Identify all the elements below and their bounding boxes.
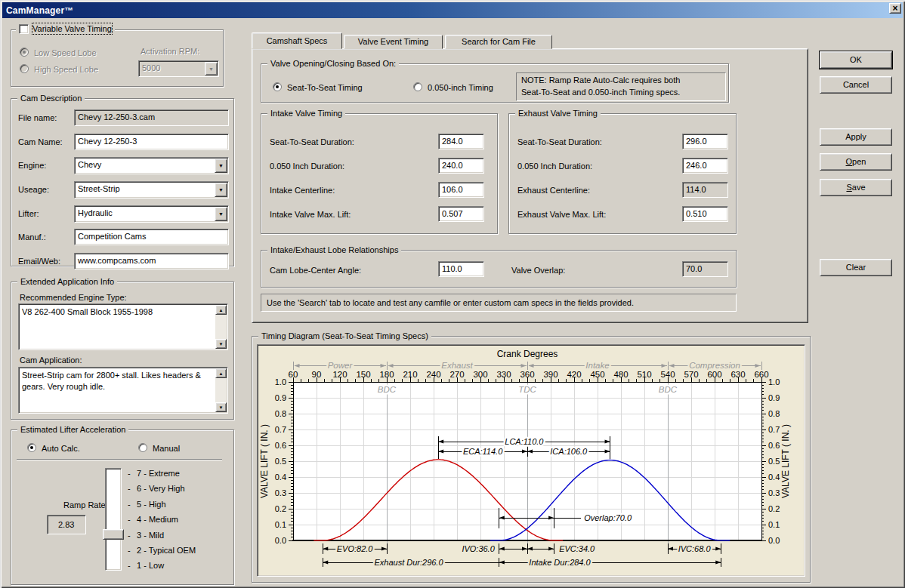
chevron-down-icon[interactable]: ▼ bbox=[215, 159, 227, 173]
intake-max-lift-field[interactable]: 0.507 bbox=[438, 206, 484, 222]
valve-overlap-label: Valve Overlap: bbox=[511, 265, 565, 276]
svg-text:EVC:34.0: EVC:34.0 bbox=[559, 544, 595, 553]
cam-application-textarea[interactable]: Street-Strip cam for 2800+ stall. Likes … bbox=[18, 367, 228, 414]
svg-text:0.9: 0.9 bbox=[768, 393, 780, 402]
clear-button[interactable]: Clear bbox=[820, 259, 892, 276]
intake-centerline-label: Intake Centerline: bbox=[270, 185, 335, 195]
lifter-accel-title: Estimated Lifter Acceleration bbox=[17, 424, 128, 435]
timing-diagram-title: Timing Diagram (Seat-To-Seat Timing Spec… bbox=[258, 331, 431, 341]
file-name-label: File name: bbox=[18, 112, 57, 123]
inch-timing-label: 0.050-inch Timing bbox=[428, 82, 493, 93]
chevron-down-icon[interactable]: ▼ bbox=[215, 183, 227, 197]
intake-050-duration-field[interactable]: 240.0 bbox=[438, 158, 484, 174]
exhaust-centerline-field: 114.0 bbox=[682, 182, 728, 198]
lca-field[interactable]: 110.0 bbox=[438, 261, 484, 277]
svg-text:210: 210 bbox=[403, 370, 417, 379]
phase-row: PowerExhaustIntakeCompression bbox=[293, 361, 761, 370]
ramp-rate-slider-thumb[interactable] bbox=[103, 529, 124, 540]
intake-centerline-field[interactable]: 106.0 bbox=[438, 182, 484, 198]
svg-text:0.4: 0.4 bbox=[275, 473, 286, 482]
exhaust-s2s-duration-label: Seat-To-Seat Duration: bbox=[517, 137, 602, 147]
useage-combobox[interactable]: Street-Strip ▼ bbox=[74, 181, 229, 199]
apply-button[interactable]: Apply bbox=[820, 128, 892, 146]
scroll-up-icon[interactable]: ▲ bbox=[215, 305, 227, 315]
chevron-down-icon[interactable]: ▼ bbox=[215, 207, 227, 221]
svg-text:VALVE LIFT ( IN. ): VALVE LIFT ( IN. ) bbox=[780, 424, 791, 498]
vvt-checkbox-label[interactable]: Variable Valve Timing bbox=[32, 23, 112, 34]
svg-text:300: 300 bbox=[473, 370, 487, 379]
svg-text:0.6: 0.6 bbox=[768, 441, 780, 450]
inch-timing-radio[interactable] bbox=[413, 82, 422, 91]
svg-text:Exhaust Dur:296.0: Exhaust Dur:296.0 bbox=[374, 558, 443, 567]
exhaust-050-duration-field[interactable]: 246.0 bbox=[682, 158, 728, 174]
svg-text:240: 240 bbox=[426, 370, 440, 379]
slider-tick: - bbox=[128, 530, 131, 540]
tab-camshaft-specs[interactable]: Camshaft Specs bbox=[252, 32, 342, 49]
svg-text:90: 90 bbox=[312, 370, 322, 379]
lca-label: Cam Lobe-Center Angle: bbox=[270, 265, 361, 276]
svg-text:0.3: 0.3 bbox=[768, 488, 780, 497]
svg-text:0.4: 0.4 bbox=[768, 473, 780, 482]
svg-text:LCA:110.0: LCA:110.0 bbox=[505, 437, 544, 446]
open-button[interactable]: Open bbox=[820, 153, 892, 171]
cam-application-label: Cam Application: bbox=[20, 355, 82, 365]
window-title: CamManager™ bbox=[6, 5, 74, 16]
svg-text:ICA:106.0: ICA:106.0 bbox=[550, 447, 588, 456]
lifter-label: Lifter: bbox=[18, 208, 39, 219]
low-speed-lobe-radio[interactable] bbox=[20, 48, 29, 57]
activation-rpm-combobox[interactable]: 5000 ▼ bbox=[138, 60, 219, 77]
svg-text:Crank Degrees: Crank Degrees bbox=[497, 349, 558, 359]
chevron-down-icon[interactable]: ▼ bbox=[205, 62, 218, 75]
lifter-combobox[interactable]: Hydraulic ▼ bbox=[74, 205, 229, 223]
slider-scale-label: 7 - Extreme bbox=[137, 468, 180, 479]
slider-tick: - bbox=[128, 560, 131, 571]
svg-text:TDC: TDC bbox=[518, 385, 536, 394]
svg-text:390: 390 bbox=[543, 370, 558, 379]
slider-tick: - bbox=[128, 514, 131, 525]
svg-text:0.1: 0.1 bbox=[275, 520, 286, 529]
svg-text:0.5: 0.5 bbox=[275, 457, 286, 466]
exhaust-max-lift-label: Exhaust Valve Max. Lift: bbox=[517, 209, 606, 220]
seat-to-seat-radio[interactable] bbox=[273, 82, 282, 91]
auto-calc-radio[interactable] bbox=[27, 443, 36, 452]
tab-valve-event-timing[interactable]: Valve Event Timing bbox=[344, 35, 443, 49]
engine-combobox[interactable]: Chevy ▼ bbox=[74, 157, 229, 174]
save-button[interactable]: Save bbox=[820, 179, 892, 196]
ramp-rate-slider-track[interactable] bbox=[105, 468, 122, 571]
cancel-button[interactable]: Cancel bbox=[820, 76, 892, 94]
scroll-up-icon[interactable]: ▲ bbox=[215, 368, 227, 378]
scrollbar[interactable]: ▲ ▼ bbox=[215, 368, 227, 412]
valve-overlap-field: 70.0 bbox=[682, 261, 728, 277]
exhaust-max-lift-field[interactable]: 0.510 bbox=[682, 206, 728, 222]
scrollbar[interactable]: ▲ ▼ bbox=[215, 305, 227, 349]
svg-text:Compression: Compression bbox=[689, 361, 740, 370]
svg-text:480: 480 bbox=[613, 370, 628, 379]
svg-text:180: 180 bbox=[379, 370, 394, 379]
scroll-down-icon[interactable]: ▼ bbox=[215, 339, 227, 349]
svg-text:ECA:114.0: ECA:114.0 bbox=[463, 447, 503, 456]
tab-search-cam-file[interactable]: Search for Cam File bbox=[445, 35, 552, 49]
close-icon[interactable]: × bbox=[889, 3, 901, 14]
intake-s2s-duration-field[interactable]: 284.0 bbox=[438, 134, 484, 149]
cam-name-field[interactable]: Chevy 12-250-3 bbox=[74, 134, 229, 150]
svg-text:0.1: 0.1 bbox=[768, 520, 780, 529]
svg-text:VALVE LIFT ( IN. ): VALVE LIFT ( IN. ) bbox=[259, 424, 270, 498]
high-speed-lobe-radio[interactable] bbox=[20, 64, 29, 73]
scroll-down-icon[interactable]: ▼ bbox=[215, 402, 227, 412]
svg-text:0.0: 0.0 bbox=[768, 536, 780, 545]
slider-scale-label: 4 - Medium bbox=[137, 514, 178, 525]
intake-050-duration-label: 0.050 Inch Duration: bbox=[270, 161, 344, 171]
ok-button[interactable]: OK bbox=[820, 51, 892, 69]
svg-text:Overlap:70.0: Overlap:70.0 bbox=[584, 513, 632, 522]
engine-type-textarea[interactable]: V8 262-400 Small Block 1955-1998 ▲ ▼ bbox=[18, 303, 228, 350]
email-web-field[interactable]: www.compcams.com bbox=[74, 253, 229, 269]
svg-text:270: 270 bbox=[449, 370, 464, 379]
vvt-checkbox[interactable] bbox=[19, 24, 29, 34]
exhaust-s2s-duration-field[interactable]: 296.0 bbox=[682, 134, 728, 149]
svg-text:0.2: 0.2 bbox=[275, 504, 286, 513]
manuf-field[interactable]: Competition Cams bbox=[74, 229, 229, 245]
slider-scale-label: 3 - Mild bbox=[137, 530, 164, 540]
seat-to-seat-label: Seat-To-Seat Timing bbox=[287, 82, 363, 93]
svg-text:0.9: 0.9 bbox=[275, 393, 286, 402]
manual-radio[interactable] bbox=[138, 443, 147, 452]
